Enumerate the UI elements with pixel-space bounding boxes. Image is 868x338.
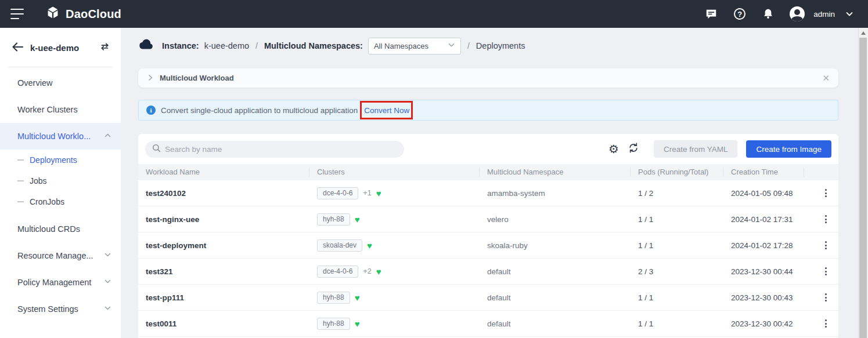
- user-avatar[interactable]: [790, 6, 805, 21]
- main-content: Instance: k-uee-demo / Multicloud Namesp…: [121, 28, 858, 338]
- cluster-chip: hyh-88: [317, 318, 350, 330]
- table-row: test-pp111 hyh-88 ♥ default 1 / 1 2023-1…: [138, 285, 838, 311]
- namespaces-label: Multicloud Namespaces:: [264, 41, 363, 50]
- sidebar-item-worker-clusters[interactable]: Worker Clusters: [0, 96, 121, 123]
- workload-name-link[interactable]: test-pp111: [138, 293, 309, 302]
- row-actions-kebab-icon[interactable]: [819, 267, 833, 275]
- create-from-yaml-button[interactable]: Create from YAML: [654, 140, 738, 158]
- col-actions: [804, 168, 838, 177]
- sidebar-item-policy-management[interactable]: Policy Management: [0, 269, 121, 296]
- health-heart-icon: ♥: [355, 215, 360, 224]
- convert-info-banner: i Convert single-cloud application to mu…: [138, 100, 838, 121]
- health-heart-icon: ♥: [376, 267, 381, 276]
- namespace-select-value: All Namespaces: [374, 42, 428, 50]
- username-label: admin: [813, 10, 835, 19]
- cluster-extra-count: +1: [363, 189, 371, 197]
- banner-message: Convert single-cloud application to mult…: [161, 106, 358, 115]
- instance-name: k-uee-demo: [30, 43, 92, 53]
- panel-close-icon[interactable]: ✕: [822, 74, 830, 82]
- table-header: Workload Name Clusters Multicloud Namesp…: [138, 164, 838, 180]
- select-chevron-down-icon: [448, 41, 455, 50]
- health-heart-icon: ♥: [355, 319, 360, 328]
- table-row: test-nginx-uee hyh-88 ♥ velero 1 / 1 202…: [138, 206, 838, 232]
- back-arrow-icon[interactable]: [12, 42, 23, 54]
- switch-instance-icon[interactable]: [99, 42, 110, 54]
- sidebar-item-deployments[interactable]: Deployments: [0, 150, 121, 170]
- search-input[interactable]: [165, 145, 397, 154]
- workload-name-link[interactable]: test240102: [138, 189, 309, 198]
- table-row: test240102 dce-4-0-6 +1 ♥ amamba-system …: [138, 180, 838, 206]
- table-toolbar: ⚙ Create from YAML Create from Image: [138, 134, 838, 164]
- cluster-chip: hyh-88: [317, 213, 350, 226]
- sidebar-divider: [8, 67, 113, 67]
- col-workload-name: Workload Name: [138, 168, 309, 177]
- row-actions-kebab-icon[interactable]: [819, 241, 833, 249]
- chevron-down-icon: [104, 304, 111, 314]
- col-multicloud-namespace: Multicloud Namespace: [480, 168, 631, 177]
- cluster-chip: hyh-88: [317, 292, 350, 304]
- sidebar-item-resource-management[interactable]: Resource Manage...: [0, 242, 121, 269]
- cluster-chip: dce-4-0-6: [317, 266, 358, 278]
- menu-toggle-icon[interactable]: [10, 9, 24, 19]
- workloads-card: ⚙ Create from YAML Create from Image Wor…: [138, 134, 838, 338]
- multicloud-workload-panel-header[interactable]: Multicloud Workload ✕: [138, 68, 838, 88]
- search-box[interactable]: [145, 141, 404, 158]
- col-creation-time: Creation Time: [723, 168, 804, 177]
- sidebar-item-jobs[interactable]: Jobs: [0, 170, 121, 191]
- sidebar: k-uee-demo Overview Worker Clusters Mult…: [0, 28, 121, 338]
- user-menu-chevron-down-icon[interactable]: [842, 7, 856, 21]
- refresh-icon[interactable]: [628, 142, 639, 156]
- create-from-image-button[interactable]: Create from Image: [746, 140, 831, 158]
- health-heart-icon: ♥: [355, 293, 360, 302]
- sidebar-item-system-settings[interactable]: System Settings: [0, 296, 121, 322]
- row-actions-kebab-icon[interactable]: [819, 293, 833, 301]
- search-icon: [152, 144, 161, 155]
- sidebar-item-overview[interactable]: Overview: [0, 70, 121, 96]
- sidebar-item-cronjobs[interactable]: CronJobs: [0, 191, 121, 212]
- scrollbar-thumb[interactable]: [859, 38, 867, 338]
- cluster-chip: dce-4-0-6: [317, 187, 358, 199]
- chevron-down-icon: [104, 278, 111, 287]
- namespace-select[interactable]: All Namespaces: [368, 38, 461, 54]
- sidebar-item-multicloud-crds[interactable]: Multicloud CRDs: [0, 216, 121, 242]
- row-actions-kebab-icon[interactable]: [819, 189, 833, 197]
- panel-title: Multicloud Workload: [160, 74, 234, 82]
- instance-label: Instance:: [162, 41, 199, 50]
- col-clusters: Clusters: [309, 168, 480, 177]
- workload-name-link[interactable]: test-deployment: [138, 241, 309, 250]
- instance-value[interactable]: k-uee-demo: [204, 41, 249, 50]
- panel-chevron-right-icon: [147, 73, 154, 83]
- settings-gear-icon[interactable]: ⚙: [608, 143, 619, 155]
- chevron-down-icon: [104, 251, 111, 260]
- brand-logo[interactable]: DaoCloud: [45, 5, 121, 23]
- convert-now-link[interactable]: Convert Now: [364, 106, 409, 115]
- table-row: test0011 hyh-88 ♥ default 1 / 1 2023-12-…: [138, 311, 838, 337]
- daocloud-cube-icon: [45, 5, 60, 23]
- workload-name-link[interactable]: test0011: [138, 319, 309, 328]
- row-actions-kebab-icon[interactable]: [819, 215, 833, 223]
- table-row: test321 dce-4-0-6 +2 ♥ default 2 / 3 202…: [138, 259, 838, 285]
- health-heart-icon: ♥: [376, 189, 381, 198]
- messages-icon[interactable]: [704, 7, 718, 21]
- row-actions-kebab-icon[interactable]: [819, 319, 833, 328]
- vertical-scrollbar[interactable]: [858, 28, 868, 338]
- workload-name-link[interactable]: test-nginx-uee: [138, 215, 309, 224]
- sidebar-item-multicloud-workloads[interactable]: Multicloud Worklo...: [0, 123, 121, 150]
- chevron-up-icon: [104, 132, 111, 141]
- help-icon[interactable]: ?: [733, 7, 747, 21]
- brand-name: DaoCloud: [66, 8, 121, 21]
- table-row: test-deployment skoala-dev ♥ skoala-ruby…: [138, 232, 838, 259]
- breadcrumb: Instance: k-uee-demo / Multicloud Namesp…: [121, 28, 858, 64]
- info-icon: i: [146, 106, 156, 115]
- cluster-chip: skoala-dev: [317, 239, 362, 252]
- notifications-bell-icon[interactable]: [761, 7, 775, 21]
- cloud-icon: [138, 38, 154, 54]
- workload-name-link[interactable]: test321: [138, 267, 309, 276]
- breadcrumb-page: Deployments: [476, 41, 525, 50]
- scrollbar-up-arrow[interactable]: [859, 28, 868, 38]
- col-pods: Pods (Running/Total): [631, 168, 723, 177]
- cluster-extra-count: +2: [363, 267, 371, 275]
- top-navbar: DaoCloud ? admin: [0, 0, 868, 28]
- health-heart-icon: ♥: [367, 241, 372, 250]
